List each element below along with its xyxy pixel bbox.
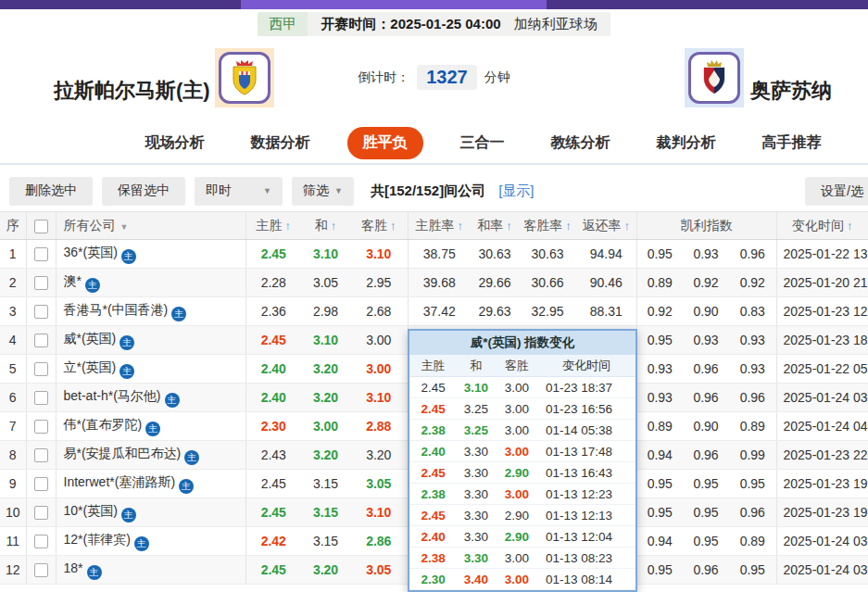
col-change-time[interactable]: 变化时间↑ — [776, 212, 868, 240]
table-row[interactable]: 2 澳*主 2.28 3.05 2.95 39.68 29.66 30.66 9… — [0, 269, 868, 297]
company-name: 10*(英国) — [64, 503, 118, 518]
row-index: 5 — [0, 355, 26, 384]
table-row[interactable]: 3 香港马*(中国香港)主 2.36 2.98 2.68 37.42 29.63… — [0, 297, 868, 326]
company-name: 伟*(直布罗陀) — [64, 417, 143, 432]
sort-up-icon: ↑ — [847, 219, 853, 233]
draw-odds: 3.10 — [301, 326, 350, 355]
nav-tab[interactable]: 胜平负 — [347, 127, 423, 159]
company-cell[interactable]: bet-at-h*(马尔他)主 — [56, 384, 245, 412]
col-return-rate[interactable]: 返还率↑ — [576, 212, 636, 240]
kelly-away: 0.95 — [729, 556, 776, 585]
company-cell[interactable]: 伟*(直布罗陀)主 — [56, 412, 245, 441]
row-index: 2 — [0, 269, 26, 297]
delete-selected-button[interactable]: 删除选中 — [9, 177, 93, 206]
nav-tab[interactable]: 现场分析 — [136, 127, 214, 159]
company-cell[interactable]: 易*(安提瓜和巴布达)主 — [56, 441, 245, 470]
draw-odds: 3.20 — [301, 556, 350, 585]
table-row[interactable]: 1 36*(英国)主 2.45 3.10 3.10 38.75 30.63 30… — [0, 240, 868, 269]
away-odds: 3.10 — [350, 498, 408, 527]
row-checkbox[interactable] — [34, 448, 48, 462]
settings-button[interactable]: 设置/选 — [805, 177, 868, 206]
draw-odds: 3.15 — [301, 498, 350, 527]
col-away-rate[interactable]: 客胜率↑ — [519, 212, 576, 240]
row-checkbox[interactable] — [34, 391, 48, 405]
select-all-checkbox[interactable] — [34, 220, 48, 233]
home-odds: 2.42 — [245, 527, 301, 556]
home-badge-icon: 主 — [179, 479, 194, 494]
company-cell[interactable]: 香港马*(中国香港)主 — [56, 297, 245, 326]
company-cell[interactable]: 18*主 — [56, 556, 245, 585]
top-progress-bar — [0, 0, 868, 9]
filter-dropdown[interactable]: 筛选▼ — [292, 177, 354, 206]
col-draw-odds[interactable]: 和↑ — [301, 212, 350, 240]
col-away-rate-label: 客胜率 — [523, 218, 562, 233]
popup-change-time: 01-23 16:56 — [538, 402, 635, 416]
kelly-away: 0.95 — [729, 470, 776, 498]
row-checkbox-cell — [26, 412, 56, 441]
company-cell[interactable]: 立*(英国)主 — [56, 355, 245, 384]
popup-away-odds: 2.90 — [496, 466, 538, 480]
company-name: 澳* — [64, 273, 82, 288]
home-odds: 2.45 — [245, 240, 301, 269]
col-draw-rate[interactable]: 和率↑ — [471, 212, 519, 240]
kelly-away: 0.92 — [729, 269, 776, 297]
nav-tab[interactable]: 教练分析 — [542, 127, 620, 159]
sort-up-icon: ↑ — [390, 219, 396, 233]
kelly-draw: 0.96 — [683, 556, 729, 585]
company-cell[interactable]: 澳*主 — [56, 269, 245, 297]
draw-rate: 29.66 — [471, 269, 519, 297]
col-company[interactable]: 所有公司▼ — [56, 212, 245, 240]
col-home-rate[interactable]: 主胜率↑ — [408, 212, 471, 240]
row-checkbox-cell — [26, 297, 56, 326]
row-checkbox[interactable] — [34, 247, 48, 261]
nav-tab[interactable]: 高手推荐 — [753, 127, 831, 159]
nav-tab[interactable]: 数据分析 — [242, 127, 320, 159]
col-home-odds[interactable]: 主胜↑ — [245, 212, 301, 240]
company-cell[interactable]: 10*(英国)主 — [56, 498, 245, 527]
away-odds: 2.88 — [350, 412, 408, 441]
col-home-rate-label: 主胜率 — [416, 218, 455, 233]
kickoff-value: 2025-01-25 04:00 — [390, 16, 500, 31]
popup-away-odds: 2.90 — [496, 530, 538, 544]
keep-selected-button[interactable]: 保留选中 — [102, 177, 185, 206]
home-rate: 37.42 — [408, 297, 471, 326]
row-checkbox-cell — [26, 441, 56, 470]
popup-home-odds: 2.45 — [409, 381, 457, 395]
row-checkbox[interactable] — [34, 563, 48, 577]
kelly-home: 0.94 — [636, 527, 683, 556]
instant-dropdown[interactable]: 即时▼ — [195, 177, 283, 206]
show-link[interactable]: [显示] — [498, 183, 534, 200]
row-checkbox[interactable] — [34, 305, 48, 319]
table-header-row: 序 所有公司▼ 主胜↑ 和↑ 客胜↑ 主胜率↑ 和率↑ 客胜率↑ 返还率↑ 凯利… — [0, 212, 868, 240]
home-odds: 2.40 — [245, 355, 301, 384]
return-rate: 88.31 — [576, 297, 636, 326]
row-checkbox[interactable] — [34, 276, 48, 290]
company-cell[interactable]: 威*(英国)主 — [56, 326, 245, 355]
company-cell[interactable]: 12*(菲律宾)主 — [56, 527, 245, 556]
company-cell[interactable]: Interwet*(塞浦路斯)主 — [56, 470, 245, 498]
home-badge-icon: 主 — [165, 393, 180, 408]
row-index: 6 — [0, 384, 26, 412]
company-name: Interwet*(塞浦路斯) — [64, 474, 176, 489]
row-checkbox[interactable] — [34, 420, 48, 434]
row-checkbox[interactable] — [34, 334, 48, 347]
company-name: 威*(英国) — [64, 331, 117, 346]
company-cell[interactable]: 36*(英国)主 — [56, 240, 245, 269]
col-away-odds[interactable]: 客胜↑ — [350, 212, 408, 240]
popup-away-odds: 3.00 — [496, 381, 538, 395]
nav-tab[interactable]: 三合一 — [451, 127, 514, 159]
away-odds: 3.10 — [350, 240, 408, 269]
row-checkbox[interactable] — [34, 506, 48, 520]
kelly-away: 0.99 — [729, 441, 776, 470]
row-checkbox[interactable] — [34, 362, 48, 376]
row-checkbox[interactable] — [34, 535, 48, 548]
row-index: 10 — [0, 498, 26, 527]
draw-odds: 3.20 — [301, 384, 350, 412]
col-home-label: 主胜 — [257, 218, 283, 233]
change-time: 2025-01-22 05:28 — [776, 355, 868, 384]
draw-odds: 3.05 — [301, 269, 350, 297]
row-checkbox[interactable] — [34, 477, 48, 491]
col-draw-label: 和 — [315, 218, 328, 233]
row-index: 3 — [0, 297, 26, 326]
nav-tab[interactable]: 裁判分析 — [648, 127, 725, 159]
